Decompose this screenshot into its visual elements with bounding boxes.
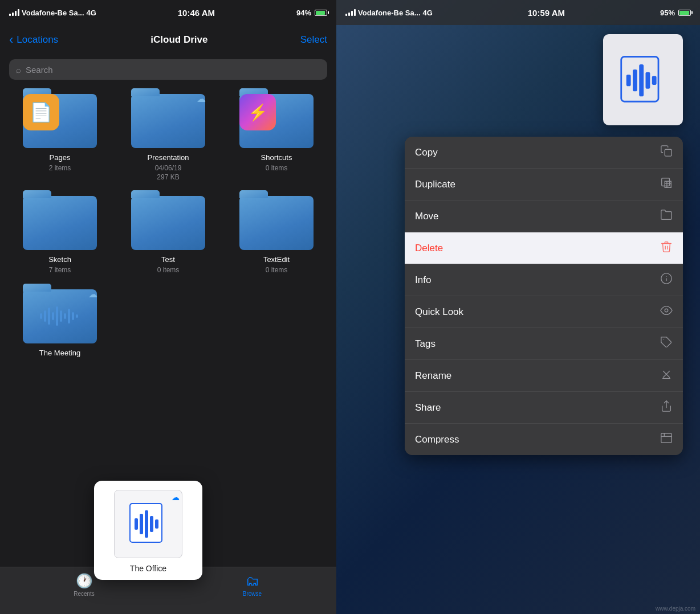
menu-item-info[interactable]: Info [405,264,683,296]
delete-label: Delete [415,243,443,254]
info-label: Info [415,275,431,286]
menu-item-compress[interactable]: Compress [405,424,683,455]
menu-item-rename[interactable]: Rename [405,360,683,392]
folder-item-shortcuts[interactable]: ⚡ Shortcuts 0 items [226,91,327,182]
carrier-label: Vodafone-Be Sa... [22,9,84,17]
left-status-bar-left: Vodafone-Be Sa... 4G [9,9,96,17]
svg-rect-6 [64,313,66,319]
folder-meta-sketch: 7 items [49,266,71,275]
right-time: 10:59 AM [528,8,565,18]
right-signal-icon [345,9,356,16]
menu-item-share[interactable]: Share [405,392,683,424]
rename-label: Rename [415,370,451,382]
chevron-left-icon: ‹ [9,34,13,46]
context-menu: Copy Duplicate Move [405,137,683,455]
folder-item-pages[interactable]: 📄 Pages 2 items [9,91,111,182]
svg-rect-21 [652,76,657,85]
folder-item-meeting[interactable]: ☁ The Meeting [9,286,111,357]
left-battery: 94% [296,9,327,17]
svg-rect-3 [52,312,54,320]
folder-icon-test [128,193,208,253]
quicklook-label: Quick Look [415,306,463,318]
folder-meta-presentation: 04/06/19 297 KB [155,164,182,182]
folder-shape-test [131,196,205,250]
svg-rect-15 [155,519,158,529]
svg-rect-7 [68,309,70,324]
back-button[interactable]: ‹ Locations [9,34,58,46]
select-button[interactable]: Select [300,34,327,46]
search-bar-container: ⌕ [0,55,336,87]
duplicate-label: Duplicate [415,179,455,190]
svg-rect-17 [626,75,631,86]
right-panel: Vodafone-Be Sa... 4G 10:59 AM 95% [336,0,700,614]
nav-title: iCloud Drive [150,34,207,46]
folder-meta-textedit: 0 items [266,266,288,275]
folder-item-textedit[interactable]: TextEdit 0 items [226,193,327,275]
file-preview-card [603,34,683,125]
share-icon [660,400,673,415]
office-popup[interactable]: ☁ The Office [94,481,202,580]
folder-name-test: Test [161,255,175,264]
menu-item-duplicate[interactable]: Duplicate [405,169,683,200]
svg-rect-22 [665,149,671,156]
menu-item-tags[interactable]: Tags [405,328,683,360]
svg-rect-20 [646,72,650,89]
search-bar[interactable]: ⌕ [9,59,327,80]
folder-shape: 📄 [23,94,97,148]
folder-shape-sketch [23,196,97,250]
svg-rect-19 [639,64,644,96]
folder-shape-shortcuts: ⚡ [239,94,314,148]
folder-name-meeting: The Meeting [39,349,80,357]
office-file-name: The Office [130,564,166,573]
cloud-icon-office: ☁ [172,493,180,502]
folder-item-sketch[interactable]: Sketch 7 items [9,193,111,275]
shortcuts-logo: ⚡ [248,103,268,122]
share-label: Share [415,402,441,414]
tags-label: Tags [415,338,436,350]
folder-icon-shortcuts: ⚡ [237,91,316,151]
recents-label: Recents [74,591,95,597]
svg-rect-13 [145,510,148,538]
copy-label: Copy [415,147,438,158]
cloud-icon-meeting: ☁ [88,289,97,300]
svg-rect-8 [72,312,74,320]
preview-waveform-svg [617,54,669,105]
folder-item-presentation[interactable]: ☁ Presentation 04/06/19 297 KB [117,91,219,182]
folder-item-test[interactable]: Test 0 items [117,193,219,275]
right-battery-icon [678,10,691,16]
waveform-icon [37,302,83,330]
browse-label: Browse [243,591,262,597]
folder-icon-meeting: ☁ [20,286,100,346]
folder-icon-pages: 📄 [20,91,100,151]
recents-icon: 🕐 [76,573,93,589]
folder-name-textedit: TextEdit [263,255,290,264]
menu-item-delete[interactable]: Delete [405,232,683,264]
svg-rect-18 [633,69,637,91]
menu-item-move[interactable]: Move [405,200,683,232]
duplicate-icon [660,177,673,192]
watermark: www.depja.com [656,605,695,612]
svg-rect-2 [48,308,50,325]
menu-item-quicklook[interactable]: Quick Look [405,296,683,328]
folder-meta-pages: 2 items [49,164,71,173]
folder-name-presentation: Presentation [148,153,189,162]
svg-point-29 [665,309,668,312]
folder-meta-shortcuts: 0 items [266,164,288,173]
move-icon [660,208,673,224]
right-battery: 95% [660,9,691,17]
info-icon [660,272,673,288]
file-preview-inner [614,51,671,108]
back-label: Locations [17,34,58,46]
svg-rect-14 [150,516,153,532]
move-label: Move [415,211,439,222]
search-input[interactable] [26,65,320,75]
delete-icon [660,240,673,256]
folder-name-sketch: Sketch [48,255,71,264]
folder-shape-presentation [131,94,205,148]
office-waveform-svg [125,501,171,547]
menu-item-copy[interactable]: Copy [405,137,683,169]
time-label: 10:46 AM [178,8,215,18]
folder-icon-presentation: ☁ [128,91,208,151]
svg-rect-1 [44,310,46,322]
quicklook-icon [660,304,673,320]
